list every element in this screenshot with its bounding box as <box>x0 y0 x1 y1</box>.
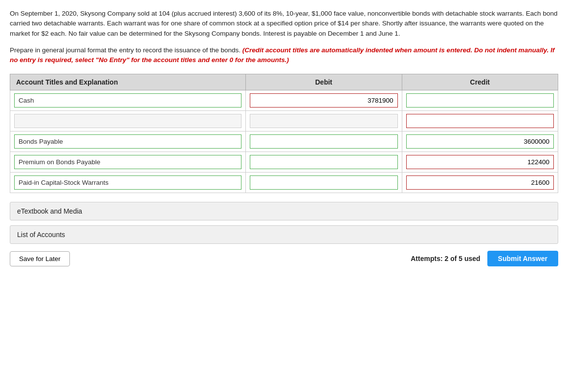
attempts-text: Attempts: 2 of 5 used <box>411 255 480 262</box>
debit-input-row-3[interactable] <box>250 155 397 169</box>
debit-input-row-0[interactable] <box>250 93 397 108</box>
instruction-text: Prepare in general journal format the en… <box>10 45 558 65</box>
list-of-accounts-section[interactable]: List of Accounts <box>10 225 558 244</box>
account-input-row-0[interactable] <box>14 93 241 108</box>
account-input-row-4[interactable] <box>14 175 241 190</box>
col-header-debit: Debit <box>246 74 402 90</box>
debit-input-row-1[interactable] <box>250 114 397 128</box>
footer: Save for Later Attempts: 2 of 5 used Sub… <box>10 251 558 266</box>
credit-input-row-2[interactable] <box>406 134 554 149</box>
etextbook-section[interactable]: eTextbook and Media <box>10 202 558 220</box>
journal-table: Account Titles and Explanation Debit Cre… <box>10 74 558 193</box>
credit-input-row-4[interactable] <box>406 175 554 190</box>
col-header-credit: Credit <box>402 74 558 90</box>
submit-answer-button[interactable]: Submit Answer <box>487 251 558 266</box>
credit-input-row-3[interactable] <box>406 155 554 169</box>
debit-input-row-2[interactable] <box>250 134 397 149</box>
intro-paragraph: On September 1, 2020, Skysong Company so… <box>10 9 558 39</box>
footer-right: Attempts: 2 of 5 used Submit Answer <box>411 251 558 266</box>
account-input-row-2[interactable] <box>14 134 241 149</box>
save-for-later-button[interactable]: Save for Later <box>10 251 70 266</box>
col-header-account: Account Titles and Explanation <box>10 74 246 90</box>
credit-input-row-1[interactable] <box>406 114 554 128</box>
account-input-row-3[interactable] <box>14 155 241 169</box>
account-input-row-1[interactable] <box>14 114 241 128</box>
debit-input-row-4[interactable] <box>250 175 397 190</box>
credit-input-row-0[interactable] <box>406 93 554 108</box>
instruction-normal: Prepare in general journal format the en… <box>10 46 240 54</box>
